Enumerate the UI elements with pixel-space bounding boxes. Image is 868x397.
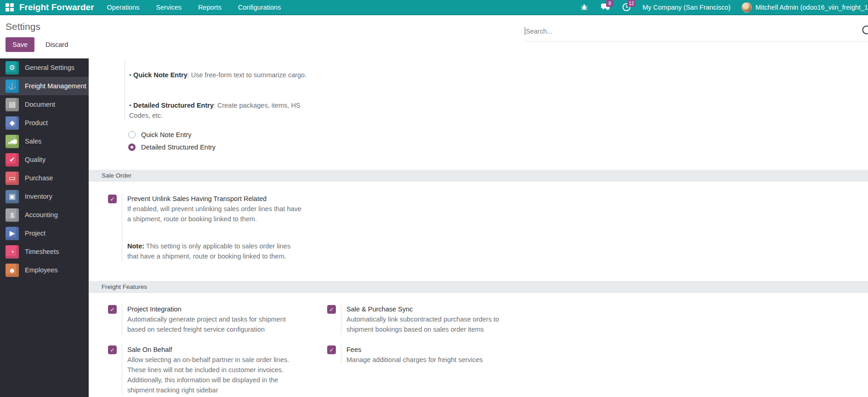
top-navbar: Freight Forwarder Operations Services Re… xyxy=(0,0,868,15)
inventory-box-icon: ▣ xyxy=(6,190,19,203)
setting-sale-on-behalf: ✓ Sale On Behalf Allow selecting an on-b… xyxy=(108,345,327,395)
sidebar-item-employees[interactable]: ☻ Employees xyxy=(0,261,89,279)
sidebar-item-timesheets[interactable]: ◔ Timesheets xyxy=(0,242,89,261)
company-switcher[interactable]: My Company (San Francisco) xyxy=(642,4,731,11)
messages-badge: 8 xyxy=(606,0,613,7)
sidebar-item-quality[interactable]: ✔ Quality xyxy=(0,150,89,169)
sidebar-item-label: Purchase xyxy=(25,174,53,182)
freight-management-icon: ⚓ xyxy=(6,80,19,93)
section-header-sale-order: Sale Order xyxy=(89,170,868,182)
sales-chart-icon: ▂▅▇ xyxy=(6,135,19,148)
setting-fees: ✓ Fees Manage additional charges for fre… xyxy=(327,345,546,395)
search-icon[interactable] xyxy=(862,25,868,39)
checkbox-fees[interactable]: ✓ xyxy=(327,345,336,354)
setting-description: If enabled, will prevent unlinking sales… xyxy=(127,204,301,224)
apps-menu-icon[interactable] xyxy=(6,3,14,12)
top-menu: Operations Services Reports Configuratio… xyxy=(107,4,281,11)
cargo-entry-term-quick: Quick Note Entry xyxy=(133,71,187,79)
search-input[interactable] xyxy=(526,28,868,35)
setting-label[interactable]: Project Integration xyxy=(127,304,286,314)
user-menu[interactable]: Mitchell Admin (odoo16_viin_freight_1 xyxy=(742,2,868,12)
setting-description: Automatically link subcontracted purchas… xyxy=(346,314,499,334)
sidebar-item-label: Project xyxy=(25,230,45,237)
debug-bug-icon[interactable] xyxy=(579,2,589,12)
checkbox-sale-on-behalf[interactable]: ✓ xyxy=(108,345,117,354)
text-caret xyxy=(525,27,525,35)
setting-description: Automatically generate project and tasks… xyxy=(127,314,286,334)
setting-sale-purchase-sync: ✓ Sale & Purchase Sync Automatically lin… xyxy=(327,304,546,334)
radio-quick-note-entry[interactable] xyxy=(128,131,136,138)
cargo-entry-radio-group: Quick Note Entry Detailed Structured Ent… xyxy=(128,129,868,153)
user-name: Mitchell Admin (odoo16_viin_freight_1 xyxy=(755,4,868,11)
employees-people-icon: ☻ xyxy=(6,264,19,277)
sidebar-item-product[interactable]: ◆ Product xyxy=(0,114,89,132)
sidebar-item-label: Freight Management xyxy=(25,82,86,90)
cargo-entry-description: • Quick Note Entry: Use free-form text t… xyxy=(125,60,868,121)
freight-features-grid: ✓ Project Integration Automatically gene… xyxy=(89,304,868,397)
radio-row-quick-note-entry[interactable]: Quick Note Entry xyxy=(128,129,868,140)
menu-services[interactable]: Services xyxy=(156,4,182,11)
timesheets-clock-icon: ◔ xyxy=(6,245,19,259)
user-avatar xyxy=(742,2,752,12)
product-tag-icon: ◆ xyxy=(6,116,19,130)
radio-label[interactable]: Detailed Structured Entry xyxy=(141,144,216,151)
settings-sidebar: ⚙ General Settings ⚓ Freight Management … xyxy=(0,58,89,397)
sidebar-item-inventory[interactable]: ▣ Inventory xyxy=(0,187,89,206)
menu-configurations[interactable]: Configurations xyxy=(238,4,281,11)
menu-operations[interactable]: Operations xyxy=(107,4,140,11)
activities-badge: 12 xyxy=(627,0,635,7)
messages-icon[interactable]: 8 xyxy=(600,2,610,12)
setting-label[interactable]: Sale On Behalf xyxy=(127,345,289,355)
systray: 8 12 My Company (San Francisco) Mitchell… xyxy=(579,2,868,12)
setting-label[interactable]: Prevent Unlink Sales Having Transport Re… xyxy=(127,194,301,204)
menu-reports[interactable]: Reports xyxy=(198,4,221,11)
sidebar-item-label: Inventory xyxy=(25,193,52,200)
setting-note: Note: This setting is only applicable to… xyxy=(127,231,301,261)
document-folder-icon: ▤ xyxy=(6,98,19,111)
sidebar-item-document[interactable]: ▤ Document xyxy=(0,95,89,114)
sidebar-item-freight-management[interactable]: ⚓ Freight Management xyxy=(0,77,89,95)
accounting-ledger-icon: $ xyxy=(6,208,19,222)
quality-check-icon: ✔ xyxy=(6,153,19,167)
app-brand[interactable]: Freight Forwarder xyxy=(19,2,94,12)
discard-button[interactable]: Discard xyxy=(41,37,73,52)
sidebar-item-project[interactable]: ▶ Project xyxy=(0,224,89,242)
control-panel: Settings Save Discard xyxy=(0,15,868,58)
sidebar-item-general-settings[interactable]: ⚙ General Settings xyxy=(0,58,89,77)
activities-clock-icon[interactable]: 12 xyxy=(621,2,631,12)
purchase-money-icon: ▭ xyxy=(6,172,19,185)
radio-label[interactable]: Quick Note Entry xyxy=(141,131,192,138)
sidebar-item-label: Accounting xyxy=(25,211,58,219)
radio-detailed-structured-entry[interactable] xyxy=(128,144,136,151)
sidebar-item-label: Product xyxy=(25,119,48,127)
checkbox-sale-purchase-sync[interactable]: ✓ xyxy=(327,305,336,314)
setting-description: Allow selecting an on-behalf partner in … xyxy=(127,355,289,395)
search-bar xyxy=(525,21,868,41)
sidebar-item-accounting[interactable]: $ Accounting xyxy=(0,206,89,224)
sidebar-item-sales[interactable]: ▂▅▇ Sales xyxy=(0,132,89,150)
project-rocket-icon: ▶ xyxy=(6,227,19,240)
checkbox-project-integration[interactable]: ✓ xyxy=(108,305,117,314)
sidebar-item-label: Quality xyxy=(25,156,45,163)
sidebar-item-label: Timesheets xyxy=(25,248,59,255)
cargo-entry-term-detailed: Detailed Structured Entry xyxy=(133,102,214,109)
general-settings-gear-icon: ⚙ xyxy=(6,61,19,75)
setting-description: Manage additional charges for freight se… xyxy=(346,355,483,365)
setting-prevent-unlink-sales: ✓ Prevent Unlink Sales Having Transport … xyxy=(89,194,868,261)
sidebar-item-label: Sales xyxy=(25,138,41,145)
save-button[interactable]: Save xyxy=(6,37,34,52)
setting-project-integration: ✓ Project Integration Automatically gene… xyxy=(108,304,327,334)
sidebar-item-label: Employees xyxy=(25,266,58,274)
sidebar-item-purchase[interactable]: ▭ Purchase xyxy=(0,169,89,187)
setting-label[interactable]: Fees xyxy=(346,345,483,355)
sidebar-item-label: General Settings xyxy=(25,64,74,71)
section-header-freight-features: Freight Features xyxy=(89,281,868,293)
setting-label[interactable]: Sale & Purchase Sync xyxy=(346,304,499,314)
checkbox-prevent-unlink-sales[interactable]: ✓ xyxy=(108,195,117,203)
radio-row-detailed-structured-entry[interactable]: Detailed Structured Entry xyxy=(128,142,868,153)
sidebar-item-label: Document xyxy=(25,101,55,108)
settings-main-panel: • Quick Note Entry: Use free-form text t… xyxy=(89,58,868,397)
